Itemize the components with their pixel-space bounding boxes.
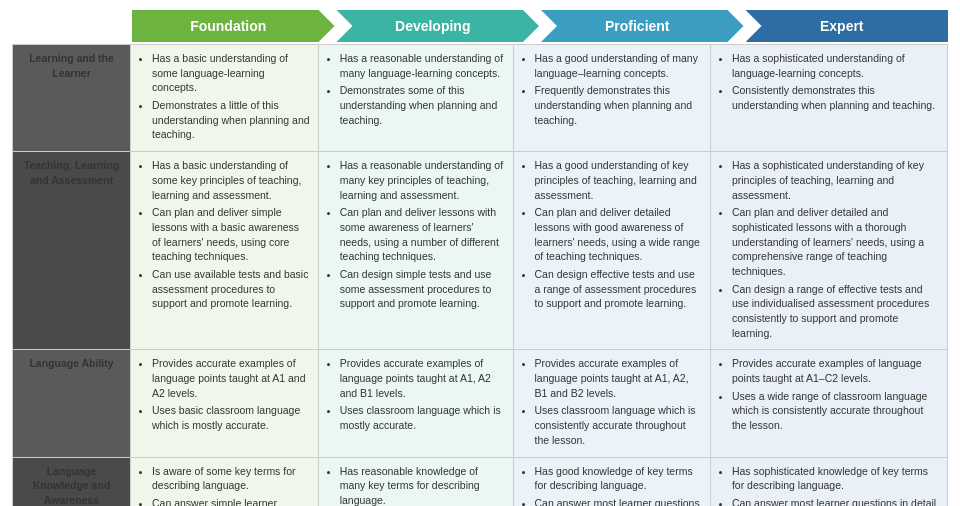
cell-point: Can use available tests and basic assess… (152, 267, 311, 311)
cell-point: Can design effective tests and use a ran… (535, 267, 703, 311)
cell-language-ability-foundation: Provides accurate examples of language p… (131, 350, 319, 457)
table-row: Learning and the LearnerHas a basic unde… (13, 45, 948, 152)
cell-point: Has a sophisticated understanding of key… (732, 158, 940, 202)
cell-point: Has a sophisticated understanding of lan… (732, 51, 940, 80)
cell-language-ability-proficient: Provides accurate examples of language p… (513, 350, 710, 457)
cell-learning-learner-developing: Has a reasonable understanding of many l… (318, 45, 513, 152)
cell-point: Can answer most learner questions in det… (732, 496, 940, 506)
cell-point: Has a good understanding of key principl… (535, 158, 703, 202)
cell-point: Can plan and deliver lessons with some a… (340, 205, 506, 264)
cell-point: Can plan and deliver detailed lessons wi… (535, 205, 703, 264)
cell-learning-learner-proficient: Has a good understanding of many languag… (513, 45, 710, 152)
cell-language-knowledge-expert: Has sophisticated knowledge of key terms… (710, 457, 947, 506)
cell-point: Has a basic understanding of some langua… (152, 51, 311, 95)
cell-point: Can answer simple learner questions with… (152, 496, 311, 506)
cell-language-knowledge-developing: Has reasonable knowledge of many key ter… (318, 457, 513, 506)
cell-learning-learner-foundation: Has a basic understanding of some langua… (131, 45, 319, 152)
cell-point: Demonstrates a little of this understand… (152, 98, 311, 142)
cell-point: Can answer most learner questions with m… (535, 496, 703, 506)
cell-point: Demonstrates some of this understanding … (340, 83, 506, 127)
cell-teaching-learning-developing: Has a reasonable understanding of many k… (318, 152, 513, 350)
cell-teaching-learning-proficient: Has a good understanding of key principl… (513, 152, 710, 350)
cell-point: Uses basic classroom language which is m… (152, 403, 311, 432)
cell-point: Has a reasonable understanding of many l… (340, 51, 506, 80)
table-row: Language AbilityProvides accurate exampl… (13, 350, 948, 457)
main-container: FoundationDevelopingProficientExpert Lea… (0, 0, 960, 506)
cell-point: Has a basic understanding of some key pr… (152, 158, 311, 202)
header-proficient: Proficient (541, 10, 744, 42)
cell-point: Provides accurate examples of language p… (732, 356, 940, 385)
cell-point: Uses classroom language which is consist… (535, 403, 703, 447)
cell-point: Is aware of some key terms for describin… (152, 464, 311, 493)
cell-point: Provides accurate examples of language p… (340, 356, 506, 400)
cell-point: Has sophisticated knowledge of key terms… (732, 464, 940, 493)
cell-language-ability-expert: Provides accurate examples of language p… (710, 350, 947, 457)
cell-point: Provides accurate examples of language p… (152, 356, 311, 400)
rubric-table: Learning and the LearnerHas a basic unde… (12, 44, 948, 506)
header-developing: Developing (337, 10, 540, 42)
row-header-language-knowledge: Language Knowledge and Awareness (13, 457, 131, 506)
cell-point: Has reasonable knowledge of many key ter… (340, 464, 506, 507)
cell-point: Can plan and deliver simple lessons with… (152, 205, 311, 264)
header-row: FoundationDevelopingProficientExpert (132, 10, 948, 42)
table-row: Language Knowledge and AwarenessIs aware… (13, 457, 948, 506)
cell-point: Uses classroom language which is mostly … (340, 403, 506, 432)
row-header-language-ability: Language Ability (13, 350, 131, 457)
header-foundation: Foundation (132, 10, 335, 42)
row-header-learning-learner: Learning and the Learner (13, 45, 131, 152)
header-expert: Expert (746, 10, 949, 42)
cell-point: Frequently demonstrates this understandi… (535, 83, 703, 127)
cell-point: Uses a wide range of classroom language … (732, 389, 940, 433)
cell-point: Has a reasonable understanding of many k… (340, 158, 506, 202)
cell-point: Can design simple tests and use some ass… (340, 267, 506, 311)
cell-point: Has a good understanding of many languag… (535, 51, 703, 80)
table-row: Teaching, Learning and AssessmentHas a b… (13, 152, 948, 350)
cell-teaching-learning-expert: Has a sophisticated understanding of key… (710, 152, 947, 350)
cell-teaching-learning-foundation: Has a basic understanding of some key pr… (131, 152, 319, 350)
cell-learning-learner-expert: Has a sophisticated understanding of lan… (710, 45, 947, 152)
cell-point: Can plan and deliver detailed and sophis… (732, 205, 940, 278)
cell-language-knowledge-foundation: Is aware of some key terms for describin… (131, 457, 319, 506)
cell-language-ability-developing: Provides accurate examples of language p… (318, 350, 513, 457)
cell-point: Provides accurate examples of language p… (535, 356, 703, 400)
cell-point: Can design a range of effective tests an… (732, 282, 940, 341)
row-header-teaching-learning: Teaching, Learning and Assessment (13, 152, 131, 350)
cell-point: Has good knowledge of key terms for desc… (535, 464, 703, 493)
cell-language-knowledge-proficient: Has good knowledge of key terms for desc… (513, 457, 710, 506)
cell-point: Consistently demonstrates this understan… (732, 83, 940, 112)
